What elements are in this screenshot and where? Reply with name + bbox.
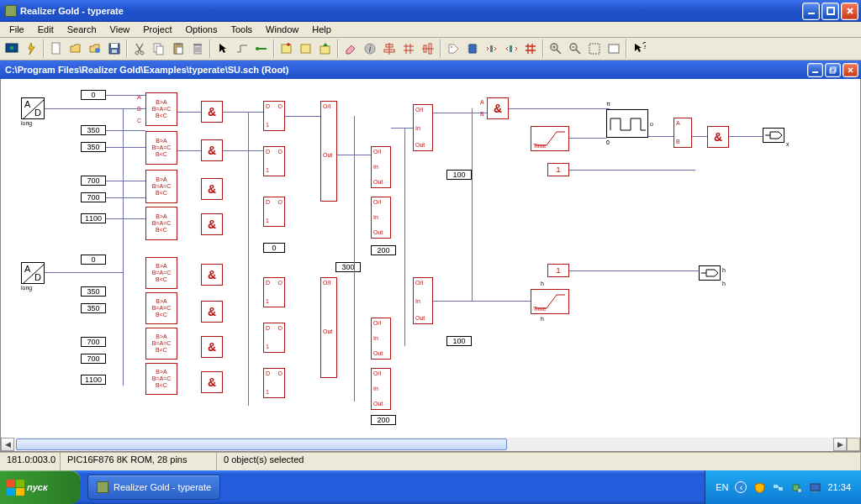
one-block[interactable]: 1 <box>547 264 569 277</box>
comparator-block[interactable]: B>AB=A=CB<C <box>145 257 177 289</box>
menu-search[interactable]: Search <box>61 23 103 36</box>
tray-clock[interactable]: 21:34 <box>827 482 851 492</box>
const-700-u1[interactable]: 700 <box>81 176 106 186</box>
timer-block[interactable]: Time <box>531 289 569 314</box>
const-0-mux-u[interactable]: 0 <box>263 243 285 253</box>
mux-block[interactable]: DO1 <box>263 323 285 353</box>
toolbar-zoom-fit-icon[interactable] <box>605 39 623 58</box>
comparator-block[interactable]: B>AB=A=CB<C <box>145 292 177 324</box>
and-gate[interactable]: & <box>201 336 223 358</box>
schematic-canvas[interactable]: A D long 0 350 350 700 700 1100 B>A B=A=… <box>1 79 860 438</box>
doc-close-button[interactable] <box>843 63 858 77</box>
toolbar-eraser-icon[interactable] <box>341 39 360 58</box>
comparator-block[interactable]: B>AB=A=CB<C <box>145 328 177 360</box>
menu-help[interactable]: Help <box>305 23 338 36</box>
const-350-l2[interactable]: 350 <box>81 303 106 313</box>
const-1100-l[interactable]: 1100 <box>81 375 106 385</box>
start-button[interactable]: пуск <box>0 470 81 504</box>
const-350-u2[interactable]: 350 <box>81 142 106 152</box>
tray-hardware-icon[interactable] <box>790 481 802 493</box>
maximize-button[interactable] <box>821 3 839 20</box>
latch-block[interactable]: O/I In Out <box>413 104 433 151</box>
mux-block[interactable]: D O 1 <box>263 197 285 227</box>
toolbar-info-icon[interactable]: i <box>361 39 379 58</box>
toolbar-new-icon[interactable] <box>47 39 66 58</box>
toolbar-copy-icon[interactable] <box>150 39 168 58</box>
toolbar-compile-icon[interactable] <box>22 39 40 58</box>
pulse-block[interactable] <box>606 109 648 138</box>
const-1100-u[interactable]: 1100 <box>81 213 106 223</box>
const-350-u1[interactable]: 350 <box>81 125 106 135</box>
toolbar-new-sheet-icon[interactable] <box>277 39 296 58</box>
tray-network-icon[interactable] <box>772 481 784 493</box>
const-300[interactable]: 300 <box>335 262 361 272</box>
and-gate[interactable]: & <box>707 126 729 148</box>
latch-block[interactable]: O/IInOut <box>371 368 391 410</box>
toolbar-components-icon[interactable] <box>463 39 482 58</box>
toolbar-pin-out-icon[interactable] <box>502 39 520 58</box>
one-block[interactable]: 1 <box>547 163 569 176</box>
menu-options[interactable]: Options <box>178 23 224 36</box>
merge-block[interactable]: O/I Out <box>320 277 337 378</box>
toolbar-open-project-icon[interactable] <box>86 39 104 58</box>
toolbar-pin-in-icon[interactable] <box>483 39 501 58</box>
tray-language[interactable]: EN <box>716 482 728 492</box>
const-200-b[interactable]: 200 <box>371 415 396 425</box>
toolbar-zoom-out-icon[interactable] <box>566 39 584 58</box>
toolbar-grid-icon[interactable] <box>399 39 418 58</box>
toolbar-delete-icon[interactable] <box>188 39 207 58</box>
toolbar-align-h-icon[interactable] <box>380 39 399 58</box>
menu-edit[interactable]: Edit <box>31 23 61 36</box>
toolbar-zoom-region-icon[interactable] <box>585 39 604 58</box>
toolbar-cut-icon[interactable] <box>130 39 149 58</box>
tray-chevron-icon[interactable]: ‹ <box>735 481 747 493</box>
menu-view[interactable]: View <box>103 23 137 36</box>
adc-block-lower[interactable]: A D <box>21 262 45 284</box>
toolbar-wire-icon[interactable] <box>233 39 251 58</box>
const-700-l1[interactable]: 700 <box>81 337 106 347</box>
toolbar-save-icon[interactable] <box>105 39 124 58</box>
menu-file[interactable]: File <box>3 23 31 36</box>
toolbar-zoom-in-icon[interactable] <box>547 39 565 58</box>
const-0-l[interactable]: 0 <box>81 255 106 265</box>
taskbar-app-button[interactable]: Realizer Gold - typerate <box>87 475 220 500</box>
toolbar-open-icon[interactable] <box>66 39 85 58</box>
const-700-l2[interactable]: 700 <box>81 354 106 364</box>
and-gate[interactable]: & <box>201 139 223 161</box>
const-100-a[interactable]: 100 <box>446 170 472 180</box>
toolbar-align-v-icon[interactable] <box>419 39 437 58</box>
mux-block[interactable]: DO1 <box>263 277 285 307</box>
toolbar-sheet-icon[interactable] <box>297 39 315 58</box>
comparator-block[interactable]: B>AB=A=CB<C <box>145 131 177 165</box>
toolbar-tag-icon[interactable] <box>444 39 462 58</box>
and-gate[interactable]: & <box>201 101 223 123</box>
comparator-block[interactable]: B>AB=A=CB<C <box>145 363 177 395</box>
tray-monitor-icon[interactable] <box>809 481 821 493</box>
menu-window[interactable]: Window <box>259 23 305 36</box>
latch-block[interactable]: O/IInOut <box>371 318 391 360</box>
scroll-left-button[interactable]: ◀ <box>1 438 14 451</box>
and-gate[interactable]: & <box>487 97 509 119</box>
menu-project[interactable]: Project <box>136 23 178 36</box>
mux-block[interactable]: D O 1 <box>263 101 285 131</box>
toolbar-sheet-up-icon[interactable] <box>316 39 335 58</box>
menu-tools[interactable]: Tools <box>224 23 259 36</box>
comparator-block[interactable]: B>AB=A=CB<C <box>145 170 177 203</box>
latch-block[interactable]: O/I In Out <box>371 197 391 239</box>
merge-block[interactable]: O/I Out <box>320 101 337 202</box>
horizontal-scrollbar[interactable]: ◀ ▶ <box>1 438 860 451</box>
doc-restore-button[interactable] <box>825 63 841 77</box>
latch-block[interactable]: A B <box>673 118 692 148</box>
toolbar-pointer-icon[interactable] <box>214 39 232 58</box>
and-gate[interactable]: & <box>201 264 223 286</box>
comparator-block[interactable]: B>A B=A=C B<C <box>145 92 177 126</box>
latch-block[interactable]: O/IInOut <box>413 277 433 324</box>
mux-block[interactable]: D O 1 <box>263 146 285 176</box>
const-100-b[interactable]: 100 <box>446 336 472 346</box>
toolbar-paste-icon[interactable] <box>169 39 188 58</box>
mux-block[interactable]: DO1 <box>263 368 285 398</box>
toolbar-align-red-icon[interactable] <box>521 39 540 58</box>
toolbar-help-cursor-icon[interactable]: ? <box>630 39 648 58</box>
and-gate[interactable]: & <box>201 213 223 235</box>
and-gate[interactable]: & <box>201 178 223 200</box>
